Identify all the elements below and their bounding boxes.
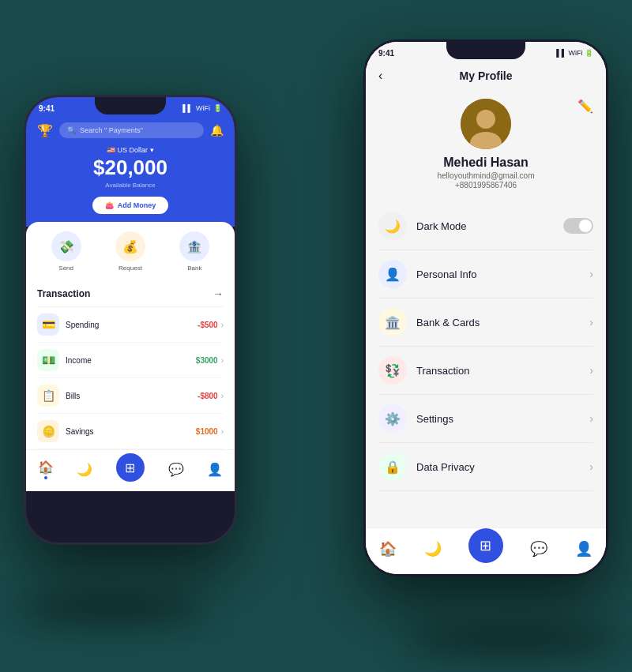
- transaction-icon-bg: 💱: [378, 356, 407, 385]
- arrow-right-icon[interactable]: →: [213, 287, 224, 300]
- moon-icon-1: 🌙: [77, 462, 92, 477]
- settings-label: Settings: [416, 413, 589, 425]
- transaction-savings[interactable]: 🪙 Savings $1000 ›: [37, 414, 224, 449]
- dark-mode-icon-bg: 🌙: [378, 212, 407, 240]
- nav-scan-1[interactable]: ⊞: [116, 453, 145, 482]
- bank-icon-bg: 🏦: [179, 231, 209, 261]
- currency-label: 🇺🇸 US Dollar ▾: [37, 146, 224, 154]
- transaction-bills[interactable]: 📋 Bills -$800 ›: [37, 378, 224, 414]
- currency-text: 🇺🇸 US Dollar: [107, 146, 148, 154]
- profile-name: Mehedi Hasan: [443, 156, 529, 170]
- bank-action[interactable]: 🏦 Bank: [179, 231, 209, 272]
- income-chevron: ›: [221, 356, 224, 365]
- moon-icon: 🌙: [385, 219, 401, 234]
- search-bar[interactable]: 🔍 Search " Payments": [59, 122, 204, 138]
- send-action[interactable]: 💸 Send: [51, 231, 81, 272]
- menu-list: 🌙 Dark Mode 👤 Personal Info ›: [366, 202, 606, 527]
- data-privacy-label: Data Privacy: [416, 461, 589, 473]
- send-icon-bg: 💸: [51, 231, 81, 261]
- savings-chevron: ›: [221, 427, 224, 436]
- transaction-spending[interactable]: 💳 Spending -$500 ›: [37, 307, 224, 343]
- search-row: 🏆 🔍 Search " Payments" 🔔: [37, 122, 224, 138]
- bottom-nav-1: 🏠 🌙 ⊞ 💬 👤: [26, 449, 235, 491]
- nav-chat-1[interactable]: 💬: [168, 462, 184, 477]
- data-privacy-chevron: ›: [589, 460, 593, 473]
- svg-point-1: [476, 110, 495, 129]
- nav2-chat[interactable]: 💬: [530, 540, 547, 557]
- menu-transaction[interactable]: 💱 Transaction ›: [378, 347, 593, 395]
- moon-icon-2: 🌙: [424, 540, 442, 557]
- notch-2: [446, 42, 525, 59]
- dark-mode-toggle[interactable]: [563, 218, 593, 234]
- avatar: [461, 99, 511, 149]
- transactions-header: Transaction →: [37, 281, 224, 307]
- nav-dot-1: [44, 476, 47, 479]
- add-money-button[interactable]: 👛 Add Money: [92, 197, 169, 214]
- add-money-label: Add Money: [118, 201, 156, 209]
- toggle-knob: [579, 220, 592, 232]
- settings-chevron: ›: [589, 412, 593, 425]
- edit-icon[interactable]: ✏️: [577, 99, 593, 114]
- menu-dark-mode[interactable]: 🌙 Dark Mode: [378, 202, 593, 250]
- menu-data-privacy[interactable]: 🔒 Data Privacy ›: [378, 443, 593, 491]
- back-icon[interactable]: ‹: [378, 69, 382, 83]
- transaction-income[interactable]: 💵 Income $3000 ›: [37, 343, 224, 378]
- dark-mode-label: Dark Mode: [416, 220, 563, 232]
- p2-content: 9:41 ▌▌ WiFi 🔋 ‹ My Profile ✏️: [366, 42, 606, 574]
- profile-title: My Profile: [460, 69, 513, 82]
- request-action[interactable]: 💰 Request: [115, 231, 145, 272]
- spending-chevron: ›: [221, 321, 224, 329]
- bank-icon: 🏦: [186, 239, 202, 254]
- status-icons-1: ▌▌ WiFi 🔋: [182, 104, 222, 112]
- data-privacy-icon-bg: 🔒: [378, 452, 407, 481]
- time-1: 9:41: [39, 104, 55, 113]
- chat-icon-1: 💬: [168, 462, 184, 477]
- p2-header-bar: ‹ My Profile: [366, 64, 606, 91]
- scan-icon-1: ⊞: [125, 460, 135, 475]
- trophy-icon: 🏆: [37, 123, 53, 138]
- personal-info-label: Personal Info: [416, 268, 589, 280]
- transactions-title: Transaction: [37, 288, 90, 299]
- person-icon: 👤: [385, 267, 401, 282]
- income-amount: $3000: [196, 356, 218, 365]
- menu-bank-cards[interactable]: 🏛️ Bank & Cards ›: [378, 298, 593, 347]
- profile-section: ✏️ Mehedi Hasan helloyouthmind@gmail.com…: [366, 91, 606, 202]
- personal-info-icon-bg: 👤: [378, 260, 407, 288]
- phone-1: 9:41 ▌▌ WiFi 🔋 🏆 🔍 Search " Payments" 🔔 …: [24, 95, 237, 545]
- nav-moon-1[interactable]: 🌙: [77, 462, 92, 477]
- send-icon: 💸: [58, 239, 74, 254]
- savings-icon-bg: 🪙: [37, 420, 59, 442]
- menu-settings[interactable]: ⚙️ Settings ›: [378, 395, 593, 443]
- personal-info-chevron: ›: [589, 268, 593, 280]
- notch-1: [95, 97, 166, 115]
- bills-name: Bills: [66, 392, 198, 400]
- nav2-scan[interactable]: ⊞: [468, 528, 503, 563]
- nav2-moon[interactable]: 🌙: [424, 540, 442, 557]
- scene: 9:41 ▌▌ WiFi 🔋 🏆 🔍 Search " Payments" 🔔 …: [0, 0, 632, 672]
- lock-icon: 🔒: [385, 460, 401, 475]
- nav2-home[interactable]: 🏠: [379, 540, 397, 557]
- nav2-profile[interactable]: 👤: [575, 540, 592, 557]
- spending-icon-bg: 💳: [37, 313, 59, 336]
- bank-cards-label: Bank & Cards: [416, 317, 589, 328]
- bank-label: Bank: [187, 265, 201, 272]
- profile-icon-1: 👤: [207, 462, 223, 477]
- search-icon: 🔍: [67, 126, 76, 134]
- menu-personal-info[interactable]: 👤 Personal Info ›: [378, 250, 593, 298]
- request-icon-bg: 💰: [115, 231, 145, 261]
- actions-row: 💸 Send 💰 Request 🏦 Bank: [26, 222, 235, 281]
- nav-profile-1[interactable]: 👤: [207, 462, 223, 477]
- request-label: Request: [118, 265, 142, 272]
- bottom-nav-2: 🏠 🌙 ⊞ 💬 👤: [366, 527, 606, 574]
- bell-icon: 🔔: [210, 124, 224, 137]
- time-2: 9:41: [378, 49, 394, 58]
- nav-home-1[interactable]: 🏠: [38, 460, 54, 479]
- request-icon: 💰: [122, 239, 138, 254]
- profile-email: helloyouthmind@gmail.com: [438, 171, 535, 180]
- bills-chevron: ›: [221, 392, 224, 400]
- savings-amount: $1000: [196, 427, 218, 436]
- avatar-svg: [461, 99, 511, 149]
- bills-icon: 📋: [42, 389, 55, 402]
- home-icon-2: 🏠: [379, 540, 397, 557]
- send-label: Send: [58, 265, 73, 272]
